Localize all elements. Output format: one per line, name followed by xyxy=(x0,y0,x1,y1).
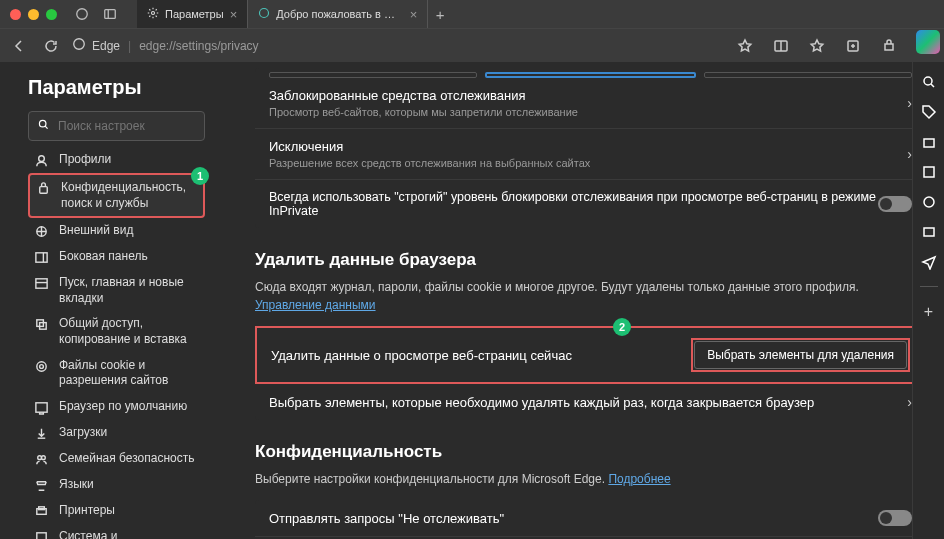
settings-content[interactable]: Заблокированные средства отслеживания Пр… xyxy=(215,62,944,539)
nav-icon xyxy=(34,153,49,168)
nav-label: Принтеры xyxy=(59,503,115,519)
copilot-button[interactable] xyxy=(916,30,940,54)
side-rail: + xyxy=(912,62,944,539)
sidebar-item-11[interactable]: Принтеры xyxy=(28,498,205,524)
svg-point-11 xyxy=(39,120,46,127)
sidebar-item-2[interactable]: Внешний вид xyxy=(28,218,205,244)
exceptions-row[interactable]: Исключения Разрешение всех средств отсле… xyxy=(255,129,926,180)
close-tab-icon[interactable]: × xyxy=(410,7,418,22)
svg-line-36 xyxy=(931,84,934,87)
back-button[interactable] xyxy=(8,35,30,57)
row-title: Выбрать элементы, которые необходимо уда… xyxy=(269,395,907,410)
split-screen-button[interactable] xyxy=(770,35,792,57)
nav-icon xyxy=(34,504,49,519)
svg-point-3 xyxy=(152,12,155,15)
row-title: Всегда использовать "строгий" уровень бл… xyxy=(269,190,878,218)
tracking-option-balanced[interactable] xyxy=(485,72,695,78)
privacy-description: Выберите настройки конфиденциальности дл… xyxy=(255,470,926,488)
nav-label: Профили xyxy=(59,152,111,168)
brand-label: Edge xyxy=(92,39,120,53)
sidebar-item-6[interactable]: Файлы cookie и разрешения сайтов xyxy=(28,353,205,394)
row-subtitle: Разрешение всех средств отслеживания на … xyxy=(269,157,907,169)
clear-data-description: Сюда входят журнал, пароли, файлы cookie… xyxy=(255,278,926,314)
nav-label: Пуск, главная и новые вкладки xyxy=(59,275,199,306)
nav-label: Браузер по умолчанию xyxy=(59,399,187,415)
blocked-trackers-row[interactable]: Заблокированные средства отслеживания Пр… xyxy=(255,78,926,129)
nav-label: Боковая панель xyxy=(59,249,148,265)
svg-point-27 xyxy=(42,456,46,460)
sidebar-toggle-icon[interactable] xyxy=(103,7,117,21)
sidebar-item-9[interactable]: Семейная безопасность xyxy=(28,446,205,472)
sidebar-item-0[interactable]: Профили xyxy=(28,147,205,173)
dnt-toggle[interactable] xyxy=(878,510,912,526)
refresh-button[interactable] xyxy=(40,35,62,57)
sidebar-item-3[interactable]: Боковая панель xyxy=(28,244,205,270)
tab-settings[interactable]: Параметры × xyxy=(137,0,248,28)
svg-rect-18 xyxy=(36,279,47,288)
clear-data-heading: Удалить данные браузера xyxy=(255,250,926,270)
nav-icon xyxy=(34,359,49,374)
tab-label: Добро пожаловать в Microsof… xyxy=(276,8,403,20)
tab-welcome[interactable]: Добро пожаловать в Microsof… × xyxy=(248,0,428,28)
svg-point-35 xyxy=(924,77,932,85)
svg-point-13 xyxy=(39,156,45,162)
sidebar-item-7[interactable]: Браузер по умолчанию xyxy=(28,394,205,420)
nav-icon xyxy=(34,478,49,493)
manage-data-link[interactable]: Управление данными xyxy=(255,298,376,312)
games-rail-icon[interactable] xyxy=(921,194,937,210)
choose-clear-button[interactable]: Выбрать элементы для удаления xyxy=(694,341,907,369)
svg-rect-37 xyxy=(924,139,934,147)
nav-icon xyxy=(34,276,49,291)
shopping-rail-icon[interactable] xyxy=(921,134,937,150)
minimize-window-button[interactable] xyxy=(28,9,39,20)
nav-icon xyxy=(34,317,49,332)
search-rail-icon[interactable] xyxy=(921,74,937,90)
tools-rail-icon[interactable] xyxy=(921,164,937,180)
search-settings[interactable] xyxy=(28,111,205,141)
strict-inprivate-row: Всегда использовать "строгий" уровень бл… xyxy=(255,180,926,228)
tracking-option-basic[interactable] xyxy=(269,72,477,78)
tag-rail-icon[interactable] xyxy=(921,104,937,120)
settings-sidebar: Параметры Профили1Конфиденциальность, по… xyxy=(0,62,215,539)
sidebar-item-12[interactable]: Система и производительность xyxy=(28,524,205,539)
address-bar[interactable]: Edge | edge://settings/privacy xyxy=(72,37,724,54)
traffic-lights[interactable] xyxy=(10,9,57,20)
row-subtitle: Просмотр веб-сайтов, которым мы запретил… xyxy=(269,106,907,118)
favorite-button[interactable] xyxy=(734,35,756,57)
profile-avatar[interactable] xyxy=(75,7,89,21)
svg-point-23 xyxy=(40,364,44,368)
close-tab-icon[interactable]: × xyxy=(230,7,238,22)
nav-label: Конфиденциальность, поиск и службы xyxy=(61,180,197,211)
sidebar-item-5[interactable]: Общий доступ, копирование и вставка xyxy=(28,311,205,352)
svg-point-39 xyxy=(924,197,934,207)
clear-on-close-row[interactable]: Выбрать элементы, которые необходимо уда… xyxy=(255,384,926,420)
new-tab-button[interactable]: + xyxy=(428,0,452,28)
privacy-heading: Конфиденциальность xyxy=(255,442,926,462)
svg-rect-38 xyxy=(924,167,934,177)
close-window-button[interactable] xyxy=(10,9,21,20)
extensions-button[interactable] xyxy=(878,35,900,57)
svg-point-0 xyxy=(77,9,88,20)
sidebar-item-1[interactable]: 1Конфиденциальность, поиск и службы xyxy=(28,173,205,218)
annotation-badge-1: 1 xyxy=(191,167,209,185)
collections-button[interactable] xyxy=(842,35,864,57)
search-input[interactable] xyxy=(58,119,196,133)
strict-inprivate-toggle[interactable] xyxy=(878,196,912,212)
sidebar-item-10[interactable]: Языки xyxy=(28,472,205,498)
maximize-window-button[interactable] xyxy=(46,9,57,20)
favorites-button[interactable] xyxy=(806,35,828,57)
tracking-level-options[interactable] xyxy=(255,68,926,78)
svg-line-12 xyxy=(45,126,47,128)
dnt-row: Отправлять запросы "Не отслеживать" xyxy=(255,500,926,537)
outlook-rail-icon[interactable] xyxy=(921,224,937,240)
sidebar-item-4[interactable]: Пуск, главная и новые вкладки xyxy=(28,270,205,311)
clear-now-row: 2 Удалить данные о просмотре веб-страниц… xyxy=(255,326,926,384)
nav-label: Файлы cookie и разрешения сайтов xyxy=(59,358,199,389)
send-rail-icon[interactable] xyxy=(921,254,937,270)
browser-toolbar: Edge | edge://settings/privacy ⋯ xyxy=(0,28,944,62)
add-rail-icon[interactable]: + xyxy=(921,303,937,319)
tracking-option-strict[interactable] xyxy=(704,72,912,78)
svg-rect-30 xyxy=(37,533,46,539)
sidebar-item-8[interactable]: Загрузки xyxy=(28,420,205,446)
privacy-learn-more-link[interactable]: Подробнее xyxy=(608,472,670,486)
